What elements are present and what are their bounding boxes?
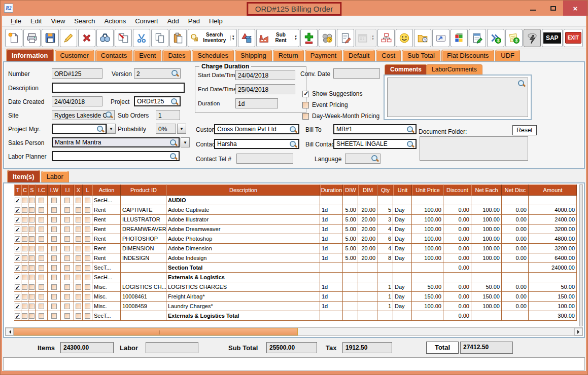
sub-orders-field[interactable]: 1: [156, 110, 180, 120]
row-checkbox[interactable]: [76, 198, 81, 203]
column-header-diw[interactable]: DIW: [343, 184, 358, 196]
row-checkbox[interactable]: [22, 198, 27, 203]
scroll-left-arrow[interactable]: [6, 328, 14, 335]
row-checkbox[interactable]: [85, 313, 90, 319]
table-row[interactable]: SecH...Externals & Logistics: [14, 273, 577, 282]
row-checkbox[interactable]: [39, 207, 44, 213]
row-checkbox[interactable]: [51, 198, 57, 203]
tab-sub-total[interactable]: Sub Total: [402, 50, 440, 61]
maximize-button[interactable]: [543, 1, 563, 16]
duration-field[interactable]: 1d: [235, 98, 278, 108]
row-checkbox[interactable]: [22, 275, 27, 280]
search-icon[interactable]: [518, 80, 526, 88]
row-checkbox[interactable]: [22, 294, 27, 299]
checkbox-day-week-month-pricing[interactable]: [302, 113, 309, 120]
search-icon[interactable]: [290, 141, 297, 148]
find-button[interactable]: [96, 29, 114, 47]
language-field[interactable]: [345, 154, 381, 164]
column-header-net-each[interactable]: Net Each: [471, 184, 502, 196]
row-checkbox[interactable]: [15, 246, 20, 251]
scrollbar-thumb[interactable]: [14, 328, 298, 335]
tab-information[interactable]: Information: [6, 49, 54, 61]
row-checkbox[interactable]: [76, 275, 81, 280]
keyboard-button[interactable]: [432, 29, 449, 47]
row-checkbox[interactable]: [39, 265, 44, 271]
search-icon[interactable]: [171, 70, 179, 78]
row-checkbox[interactable]: [85, 198, 90, 203]
tab-schedules[interactable]: Schedules: [192, 50, 234, 61]
row-checkbox[interactable]: [51, 284, 57, 290]
table-row[interactable]: Misc.10008459Laundry Charges*1d1Day100.0…: [14, 302, 577, 311]
row-checkbox[interactable]: [29, 236, 34, 242]
add-item-button[interactable]: [300, 29, 318, 47]
column-header-i-i[interactable]: I.I: [61, 184, 74, 196]
probability-field[interactable]: 0%: [156, 124, 176, 134]
column-header-i-w[interactable]: I.W: [48, 184, 61, 196]
column-header-unit[interactable]: Unit: [393, 184, 412, 196]
row-checkbox[interactable]: [51, 207, 57, 213]
menu-view[interactable]: View: [46, 16, 70, 26]
row-checkbox[interactable]: [76, 294, 81, 299]
comments-textarea[interactable]: [387, 78, 528, 117]
column-header-discount[interactable]: Discount: [443, 184, 471, 196]
row-checkbox[interactable]: [51, 265, 57, 271]
checkbox-show-suggestions[interactable]: [302, 91, 309, 97]
row-checkbox[interactable]: [85, 217, 90, 222]
row-checkbox[interactable]: [51, 294, 57, 299]
row-checkbox[interactable]: [22, 284, 27, 290]
row-checkbox[interactable]: [39, 284, 44, 290]
table-row[interactable]: RentPHOTOSHOPAdobe Photoshop1d5.0020.006…: [14, 234, 577, 244]
copy-button[interactable]: [151, 29, 168, 47]
column-header-qty[interactable]: Qty: [377, 184, 393, 196]
row-checkbox[interactable]: [22, 246, 27, 251]
tab-flat-discounts[interactable]: Flat Discounts: [441, 50, 494, 61]
menu-convert[interactable]: Convert: [130, 16, 163, 26]
column-header-x[interactable]: X: [74, 184, 83, 196]
detail-tab-labor[interactable]: Labor: [41, 171, 69, 182]
row-checkbox[interactable]: [85, 207, 90, 213]
row-checkbox[interactable]: [76, 217, 81, 222]
chevron-down-icon[interactable]: ▼: [181, 137, 190, 147]
bill-contact-field[interactable]: SHEETAL INGALE: [333, 139, 417, 149]
column-header-l[interactable]: L: [83, 184, 92, 196]
tab-payment[interactable]: Payment: [305, 50, 342, 61]
scroll-right-arrow[interactable]: [574, 328, 582, 335]
row-checkbox[interactable]: [39, 275, 44, 280]
detail-tab-item-s-[interactable]: Item(s): [7, 170, 40, 182]
sap-button[interactable]: SAP: [542, 29, 563, 47]
row-checkbox[interactable]: [76, 236, 81, 242]
row-checkbox[interactable]: [85, 236, 90, 242]
blocks-button[interactable]: [451, 29, 468, 47]
chevron-down-icon[interactable]: ▼▼: [370, 35, 374, 41]
number-field[interactable]: ORD#125: [52, 68, 102, 79]
new-document-button[interactable]: [5, 29, 22, 47]
row-checkbox[interactable]: [29, 304, 34, 309]
search-icon[interactable]: [407, 141, 414, 148]
row-checkbox[interactable]: [64, 198, 70, 203]
row-checkbox[interactable]: [39, 304, 44, 309]
tab-default[interactable]: Default: [343, 50, 375, 61]
conv-date-field[interactable]: [333, 68, 380, 79]
row-checkbox[interactable]: [22, 255, 27, 261]
project-mgr-field[interactable]: [52, 124, 107, 134]
menu-add[interactable]: Add: [163, 16, 184, 26]
row-checkbox[interactable]: [85, 294, 90, 299]
row-checkbox[interactable]: [15, 236, 20, 242]
menu-actions[interactable]: Actions: [100, 16, 131, 26]
chevron-down-icon[interactable]: ▼: [107, 124, 116, 134]
org-chart-button[interactable]: [377, 29, 395, 47]
row-checkbox[interactable]: [15, 275, 20, 280]
chevron-down-icon[interactable]: ▼: [177, 124, 186, 134]
tab-shipping[interactable]: Shipping: [235, 50, 272, 61]
row-checkbox[interactable]: [85, 304, 90, 309]
row-checkbox[interactable]: [15, 227, 20, 232]
edit-notes-button[interactable]: [469, 29, 486, 47]
row-checkbox[interactable]: [22, 236, 27, 242]
row-checkbox[interactable]: [76, 313, 81, 319]
column-header-t[interactable]: T: [14, 184, 21, 196]
row-checkbox[interactable]: [64, 207, 70, 213]
row-checkbox[interactable]: [85, 284, 90, 290]
row-checkbox[interactable]: [29, 313, 34, 319]
notes-button[interactable]: [337, 29, 354, 47]
row-checkbox[interactable]: [76, 284, 81, 290]
